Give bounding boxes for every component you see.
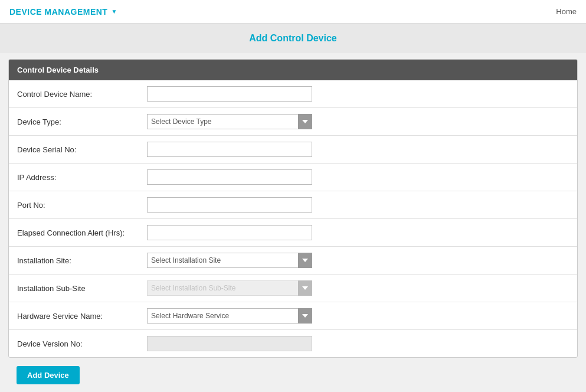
- elapsed-connection-alert-wrap: [147, 225, 569, 240]
- installation-site-select-wrap: Select Installation Site: [147, 253, 312, 268]
- installation-sub-site-select[interactable]: Select Installation Sub-Site: [147, 280, 312, 296]
- label-hardware-service-name: Hardware Service Name:: [17, 312, 147, 321]
- label-elapsed-connection-alert: Elapsed Connection Alert (Hrs):: [17, 228, 147, 237]
- control-device-card: Control Device Details Control Device Na…: [8, 59, 578, 358]
- control-device-name-wrap: [147, 86, 569, 102]
- row-hardware-service-name: Hardware Service Name: Select Hardware S…: [9, 302, 577, 330]
- label-device-type: Device Type:: [17, 117, 147, 126]
- main-content: Control Device Details Control Device Na…: [0, 53, 586, 392]
- card-header: Control Device Details: [9, 60, 577, 80]
- control-device-name-input[interactable]: [147, 86, 312, 102]
- device-serial-no-input[interactable]: [147, 142, 312, 157]
- device-type-select[interactable]: Select Device Type: [147, 114, 312, 129]
- port-no-input[interactable]: [147, 197, 312, 213]
- button-row: Add Device: [8, 358, 578, 392]
- installation-site-wrap: Select Installation Site: [147, 253, 569, 268]
- brand: DEVICE MANAGEMENT ▼: [9, 7, 117, 17]
- page-title: Add Control Device: [249, 33, 336, 43]
- hardware-service-name-wrap: Select Hardware Service: [147, 308, 569, 324]
- device-type-wrap: Select Device Type: [147, 114, 569, 129]
- installation-sub-site-select-wrap: Select Installation Sub-Site: [147, 280, 312, 296]
- row-device-type: Device Type: Select Device Type: [9, 108, 577, 136]
- device-type-select-wrap: Select Device Type: [147, 114, 312, 129]
- installation-site-select[interactable]: Select Installation Site: [147, 253, 312, 268]
- row-ip-address: IP Address:: [9, 164, 577, 191]
- label-port-no: Port No:: [17, 201, 147, 210]
- label-device-serial-no: Device Serial No:: [17, 145, 147, 154]
- brand-text: DEVICE MANAGEMENT: [9, 7, 107, 17]
- row-device-version-no: Device Version No:: [9, 330, 577, 357]
- label-control-device-name: Control Device Name:: [17, 90, 147, 99]
- label-installation-site: Installation Site:: [17, 256, 147, 265]
- header: DEVICE MANAGEMENT ▼ Home: [0, 0, 586, 24]
- device-version-no-input[interactable]: [147, 336, 312, 351]
- row-elapsed-connection-alert: Elapsed Connection Alert (Hrs):: [9, 219, 577, 247]
- device-version-no-wrap: [147, 336, 569, 351]
- elapsed-connection-alert-input[interactable]: [147, 225, 312, 240]
- home-link[interactable]: Home: [556, 7, 577, 16]
- hardware-service-name-select[interactable]: Select Hardware Service: [147, 308, 312, 324]
- ip-address-input[interactable]: [147, 169, 312, 185]
- label-ip-address: IP Address:: [17, 173, 147, 182]
- row-control-device-name: Control Device Name:: [9, 80, 577, 108]
- ip-address-wrap: [147, 169, 569, 185]
- row-device-serial-no: Device Serial No:: [9, 136, 577, 164]
- row-port-no: Port No:: [9, 191, 577, 219]
- row-installation-sub-site: Installation Sub-Site Select Installatio…: [9, 275, 577, 302]
- port-no-wrap: [147, 197, 569, 213]
- installation-sub-site-wrap: Select Installation Sub-Site: [147, 280, 569, 296]
- label-device-version-no: Device Version No:: [17, 339, 147, 348]
- device-serial-no-wrap: [147, 142, 569, 157]
- label-installation-sub-site: Installation Sub-Site: [17, 284, 147, 293]
- hardware-service-name-select-wrap: Select Hardware Service: [147, 308, 312, 324]
- dropdown-icon[interactable]: ▼: [111, 8, 117, 15]
- add-device-button[interactable]: Add Device: [17, 366, 80, 384]
- page-title-bar: Add Control Device: [0, 24, 586, 53]
- row-installation-site: Installation Site: Select Installation S…: [9, 247, 577, 275]
